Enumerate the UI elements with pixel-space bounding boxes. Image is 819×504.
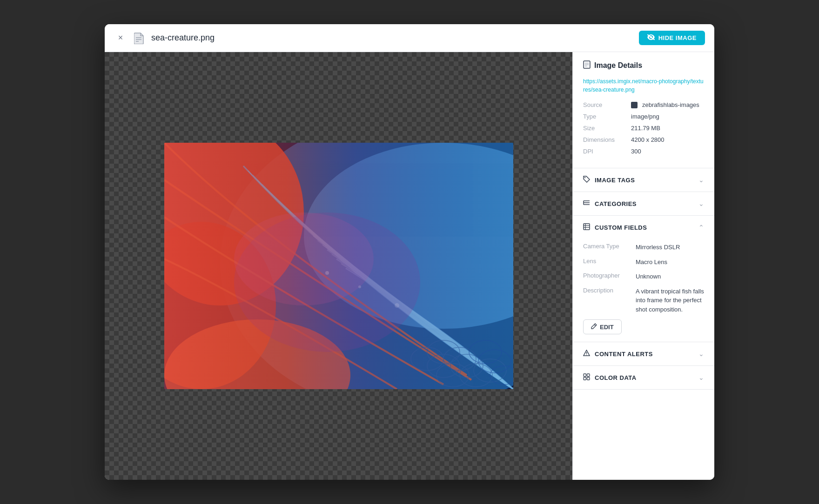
main-content: Image Details https://assets.imgix.net/m… bbox=[105, 52, 714, 480]
categories-title: CATEGORIES bbox=[583, 199, 637, 208]
app-window: × sea-creature.png HIDE IMAGE bbox=[105, 24, 714, 480]
custom-fields-header[interactable]: CUSTOM FIELDS ⌃ bbox=[573, 216, 714, 239]
content-alerts-header[interactable]: CONTENT ALERTS ⌄ bbox=[573, 342, 714, 365]
description-row: Description A vibrant tropical fish fall… bbox=[583, 287, 704, 314]
photographer-row: Photographer Unknown bbox=[583, 272, 704, 281]
source-row: Source zebrafishlabs-images bbox=[583, 101, 704, 108]
svg-rect-43 bbox=[584, 374, 586, 377]
custom-fields-icon bbox=[583, 223, 590, 232]
type-row: Type image/png bbox=[583, 113, 704, 120]
dimensions-label: Dimensions bbox=[583, 136, 627, 143]
dpi-value: 300 bbox=[631, 148, 641, 155]
eye-slash-icon bbox=[647, 34, 655, 41]
custom-fields-title: CUSTOM FIELDS bbox=[583, 223, 647, 232]
dpi-row: DPI 300 bbox=[583, 148, 704, 155]
camera-type-value: Mirrorless DSLR bbox=[636, 243, 704, 252]
file-icon bbox=[133, 32, 146, 45]
palette-icon bbox=[583, 373, 590, 382]
hide-image-button[interactable]: HIDE IMAGE bbox=[639, 31, 705, 45]
tag-icon bbox=[583, 176, 590, 184]
source-value: zebrafishlabs-images bbox=[631, 101, 699, 108]
categories-section: CATEGORIES ⌄ bbox=[573, 192, 714, 216]
close-button[interactable]: × bbox=[114, 32, 127, 45]
image-details-icon bbox=[583, 60, 591, 71]
color-data-chevron: ⌄ bbox=[698, 374, 704, 381]
camera-type-label: Camera Type bbox=[583, 243, 632, 250]
custom-fields-content: Camera Type Mirrorless DSLR Lens Macro L… bbox=[573, 239, 714, 342]
categories-header[interactable]: CATEGORIES ⌄ bbox=[573, 192, 714, 215]
categories-icon bbox=[583, 199, 590, 208]
side-panel: Image Details https://assets.imgix.net/m… bbox=[572, 52, 714, 480]
size-value: 211.79 MB bbox=[631, 125, 660, 132]
type-value: image/png bbox=[631, 113, 659, 120]
edit-icon bbox=[591, 323, 597, 331]
svg-rect-36 bbox=[584, 224, 590, 230]
content-alerts-title: CONTENT ALERTS bbox=[583, 350, 653, 358]
image-tags-title: IMAGE TAGS bbox=[583, 176, 635, 184]
svg-rect-26 bbox=[164, 143, 513, 389]
description-value: A vibrant tropical fish falls into frame… bbox=[636, 287, 704, 314]
camera-type-row: Camera Type Mirrorless DSLR bbox=[583, 243, 704, 252]
content-alerts-section: CONTENT ALERTS ⌄ bbox=[573, 342, 714, 366]
lens-row: Lens Macro Lens bbox=[583, 258, 704, 267]
panel-title-text: Image Details bbox=[594, 61, 642, 70]
custom-fields-section: CUSTOM FIELDS ⌃ Camera Type Mirrorless D… bbox=[573, 216, 714, 342]
lens-label: Lens bbox=[583, 258, 632, 265]
categories-chevron: ⌄ bbox=[698, 200, 704, 207]
file-name: sea-creature.png bbox=[151, 33, 215, 43]
svg-line-40 bbox=[594, 325, 596, 326]
edit-label: EDIT bbox=[600, 324, 614, 331]
fish-image bbox=[164, 143, 513, 389]
image-url-link[interactable]: https://assets.imgix.net/macro-photograp… bbox=[583, 77, 704, 94]
content-alerts-chevron: ⌄ bbox=[698, 350, 704, 358]
dpi-label: DPI bbox=[583, 148, 627, 155]
image-tags-section: IMAGE TAGS ⌄ bbox=[573, 168, 714, 192]
hide-image-label: HIDE IMAGE bbox=[658, 34, 697, 41]
panel-title: Image Details bbox=[583, 60, 704, 71]
photographer-label: Photographer bbox=[583, 272, 632, 279]
image-container bbox=[164, 143, 513, 389]
svg-point-31 bbox=[584, 177, 585, 178]
type-label: Type bbox=[583, 113, 627, 120]
description-label: Description bbox=[583, 287, 632, 294]
source-label: Source bbox=[583, 101, 627, 108]
size-label: Size bbox=[583, 125, 627, 132]
edit-button[interactable]: EDIT bbox=[583, 319, 622, 334]
color-data-header[interactable]: COLOR DATA ⌄ bbox=[573, 366, 714, 389]
image-details-section: Image Details https://assets.imgix.net/m… bbox=[573, 52, 714, 168]
svg-rect-46 bbox=[587, 378, 590, 380]
alert-icon bbox=[583, 350, 590, 358]
size-row: Size 211.79 MB bbox=[583, 125, 704, 132]
lens-value: Macro Lens bbox=[636, 258, 704, 267]
source-icon bbox=[631, 102, 638, 108]
header: × sea-creature.png HIDE IMAGE bbox=[105, 24, 714, 52]
color-data-title: COLOR DATA bbox=[583, 373, 637, 382]
image-tags-chevron: ⌄ bbox=[698, 176, 704, 184]
photographer-value: Unknown bbox=[636, 272, 704, 281]
dimensions-value: 4200 x 2800 bbox=[631, 136, 665, 143]
dimensions-row: Dimensions 4200 x 2800 bbox=[583, 136, 704, 143]
image-tags-header[interactable]: IMAGE TAGS ⌄ bbox=[573, 168, 714, 192]
custom-fields-chevron: ⌃ bbox=[698, 224, 704, 231]
svg-rect-44 bbox=[587, 374, 590, 377]
color-data-section: COLOR DATA ⌄ bbox=[573, 366, 714, 390]
svg-point-42 bbox=[586, 354, 587, 355]
header-left: × sea-creature.png bbox=[114, 32, 215, 45]
image-area bbox=[105, 52, 572, 480]
svg-rect-45 bbox=[584, 378, 586, 380]
